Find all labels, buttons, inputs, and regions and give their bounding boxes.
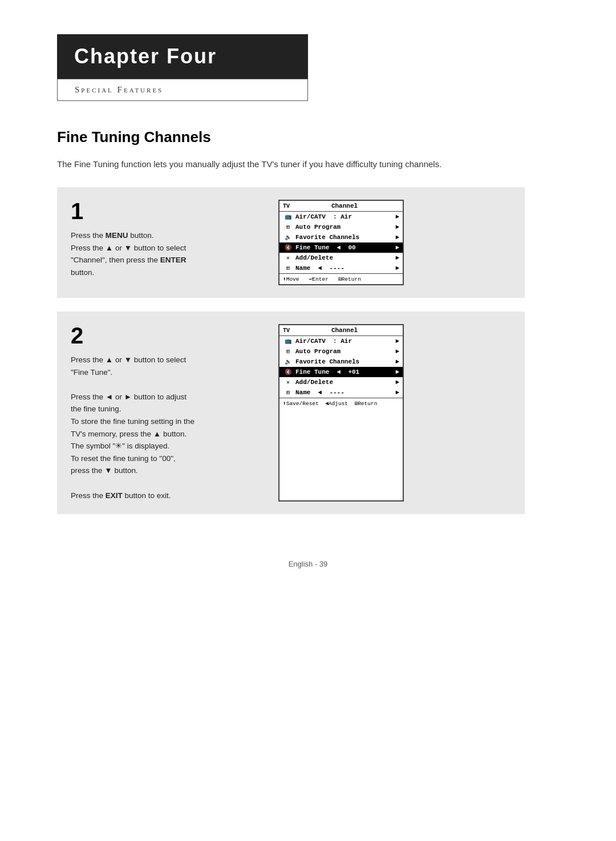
row-label: Add/Delete [295, 379, 333, 386]
tv-label-1: TV [283, 203, 290, 209]
favorite-icon: 🔈 [283, 358, 293, 365]
favorite-icon: 🔈 [283, 234, 293, 241]
row-value: ► [395, 389, 399, 396]
row-value: ► [395, 213, 399, 220]
step-1-text: Press the MENU button. Press the ▲ or ▼ … [71, 229, 265, 278]
tv-row-highlighted: 🔇 Fine Tune ◄ +01 ► [279, 367, 403, 377]
tv-row-content: Auto Program ► [295, 224, 399, 231]
row-value: ► [395, 254, 399, 261]
intro-text: The Fine Tuning function lets you manual… [57, 157, 525, 171]
step-1-box: 1 Press the MENU button. Press the ▲ or … [57, 187, 525, 298]
step-1-screen: TV Channel 📺 Air/CATV : Air ► ⊞ Auto Pro… [278, 200, 404, 285]
chapter-subtitle: Special Features [75, 85, 290, 95]
tv-row-content: Fine Tune ◄ 00 ► [295, 244, 399, 251]
tv-row-content: Add/Delete ► [295, 379, 399, 386]
step-1-number: 1 [71, 200, 265, 223]
tv-row-content: Favorite Channels ► [295, 358, 399, 365]
row-label: Add/Delete [295, 254, 333, 261]
row-label: Air/CATV : Air [295, 213, 352, 220]
tv-channel-2: Channel [290, 327, 399, 334]
tv-row-content: Add/Delete ► [295, 254, 399, 261]
row-label: Name ◄ ---- [295, 389, 345, 396]
tv-row-content: Name ◄ ---- ► [295, 389, 399, 396]
antenna-icon: 📺 [283, 213, 293, 220]
tv-footer-1: ⬆Move ↩Enter ⊞Return [279, 273, 403, 284]
name-icon: ⊞ [283, 265, 293, 272]
row-value: ► [395, 348, 399, 355]
tv-row: 📺 Air/CATV : Air ► [279, 212, 403, 222]
antenna-icon: 📺 [283, 338, 293, 345]
tune-icon: 🔇 [283, 244, 293, 251]
row-label: Auto Program [295, 224, 341, 231]
chapter-header: Chapter Four Special Features [57, 34, 559, 101]
tv-row-content: Air/CATV : Air ► [295, 213, 399, 220]
add-icon: ✕ [283, 379, 293, 386]
step-2-text: Press the ▲ or ▼ button to select "Fine … [71, 354, 265, 502]
tv-row-highlighted: 🔇 Fine Tune ◄ 00 ► [279, 242, 403, 253]
step-2-box: 2 Press the ▲ or ▼ button to select "Fin… [57, 312, 525, 514]
chapter-title-box: Chapter Four [57, 34, 308, 79]
name-icon: ⊞ [283, 389, 293, 396]
tune-icon: 🔇 [283, 369, 293, 375]
tv-row-content: Fine Tune ◄ +01 ► [295, 369, 399, 375]
step-1-left: 1 Press the MENU button. Press the ▲ or … [71, 200, 265, 285]
row-label: Air/CATV : Air [295, 338, 352, 345]
footer-text: ⬆Move ↩Enter ⊞Return [283, 276, 361, 282]
row-label: Name ◄ ---- [295, 265, 345, 272]
tv-label-2: TV [283, 327, 290, 334]
row-value: ► [395, 234, 399, 241]
row-label: Fine Tune ◄ 00 [295, 244, 356, 251]
page-footer: English - 39 [57, 560, 559, 568]
row-value: ► [395, 244, 399, 251]
tv-body-1: 📺 Air/CATV : Air ► ⊞ Auto Program ► 🔈 Fa… [279, 212, 403, 273]
tv-body-2: 📺 Air/CATV : Air ► ⊞ Auto Program ► 🔈 Fa… [279, 336, 403, 398]
chapter-subtitle-box: Special Features [57, 79, 308, 101]
row-value: ► [395, 379, 399, 386]
tv-row: 🔈 Favorite Channels ► [279, 232, 403, 242]
footer-text: ⬆Save/Reset ◄Adjust ⊞Return [283, 400, 377, 407]
row-value: ► [395, 265, 399, 272]
program-icon: ⊞ [283, 224, 293, 231]
tv-row: ⊞ Name ◄ ---- ► [279, 263, 403, 273]
tv-row: ⊞ Auto Program ► [279, 222, 403, 232]
tv-row: ⊞ Auto Program ► [279, 346, 403, 357]
chapter-title: Chapter Four [74, 45, 291, 68]
step-2-screen: TV Channel 📺 Air/CATV : Air ► ⊞ Auto Pro… [278, 324, 404, 502]
tv-header-2: TV Channel [279, 325, 403, 336]
tv-footer-2: ⬆Save/Reset ◄Adjust ⊞Return [279, 398, 403, 409]
tv-channel-1: Channel [290, 203, 399, 209]
row-value: ► [395, 358, 399, 365]
tv-header-1: TV Channel [279, 201, 403, 212]
row-value: ► [395, 224, 399, 231]
tv-row: 🔈 Favorite Channels ► [279, 357, 403, 367]
tv-row: ⊞ Name ◄ ---- ► [279, 387, 403, 398]
row-value: ► [395, 369, 399, 375]
row-label: Auto Program [295, 348, 341, 355]
row-value: ► [395, 338, 399, 345]
row-label: Fine Tune ◄ +01 [295, 369, 359, 375]
step-2-number: 2 [71, 324, 265, 347]
tv-row-content: Favorite Channels ► [295, 234, 399, 241]
step-2-left: 2 Press the ▲ or ▼ button to select "Fin… [71, 324, 265, 502]
row-label: Favorite Channels [295, 234, 359, 241]
tv-row-content: Air/CATV : Air ► [295, 338, 399, 345]
tv-row-content: Name ◄ ---- ► [295, 265, 399, 272]
tv-row: ✕ Add/Delete ► [279, 253, 403, 263]
program-icon: ⊞ [283, 348, 293, 355]
tv-row-content: Auto Program ► [295, 348, 399, 355]
tv-row: 📺 Air/CATV : Air ► [279, 336, 403, 346]
add-icon: ✕ [283, 254, 293, 261]
page-number: English - 39 [289, 560, 328, 568]
tv-row: ✕ Add/Delete ► [279, 377, 403, 387]
section-title: Fine Tuning Channels [57, 128, 559, 146]
row-label: Favorite Channels [295, 358, 359, 365]
